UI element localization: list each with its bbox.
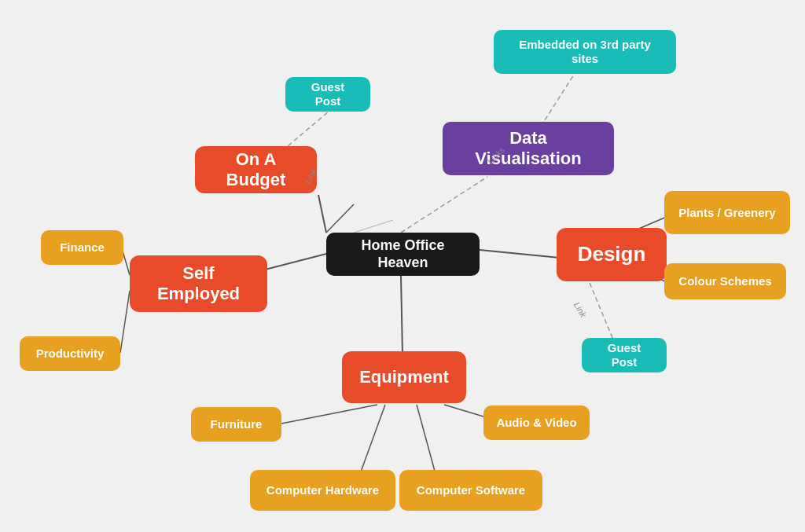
node-computer-hardware[interactable]: Computer Hardware	[250, 470, 395, 511]
node-self-employed[interactable]: Self Employed	[130, 255, 267, 312]
node-computer-software[interactable]: Computer Software	[399, 470, 542, 511]
node-equipment-label: Equipment	[359, 367, 449, 387]
node-finance[interactable]: Finance	[41, 230, 123, 265]
node-equipment[interactable]: Equipment	[342, 351, 466, 403]
node-audio-video[interactable]: Audio & Video	[483, 405, 590, 440]
svg-line-8	[281, 405, 377, 424]
node-on-a-budget[interactable]: On A Budget	[195, 146, 317, 193]
node-colour-schemes[interactable]: Colour Schemes	[664, 263, 786, 299]
svg-line-3	[480, 250, 560, 258]
node-center-label: Home Office Heaven	[344, 237, 462, 271]
node-colour-schemes-label: Colour Schemes	[678, 274, 771, 288]
node-design[interactable]: Design	[557, 228, 667, 281]
node-plants-label: Plants / Greenery	[678, 206, 775, 220]
node-embedded[interactable]: Embedded on 3rd party sites	[494, 30, 676, 74]
svg-line-14	[590, 283, 613, 339]
node-guest-post-top[interactable]: Guest Post	[285, 77, 370, 112]
node-furniture-label: Furniture	[211, 417, 263, 431]
node-embedded-label: Embedded on 3rd party sites	[508, 38, 662, 66]
svg-line-17	[354, 220, 393, 233]
svg-line-16	[326, 204, 354, 233]
node-guest-post-bottom[interactable]: Guest Post	[582, 338, 667, 372]
svg-line-2	[401, 276, 402, 354]
node-self-employed-label: Self Employed	[147, 263, 250, 305]
node-on-a-budget-label: On A Budget	[212, 149, 300, 191]
node-audio-video-label: Audio & Video	[496, 416, 576, 430]
node-guest-post-top-label: Guest Post	[300, 80, 356, 108]
node-data-vis[interactable]: Data Visualisation	[443, 122, 614, 175]
link-label-3: Link	[572, 300, 588, 318]
node-furniture[interactable]: Furniture	[191, 407, 281, 442]
svg-line-1	[318, 195, 326, 233]
svg-line-4	[401, 177, 487, 233]
node-guest-post-bottom-label: Guest Post	[596, 341, 652, 369]
node-computer-software-label: Computer Software	[417, 483, 525, 497]
node-computer-hardware-label: Computer Hardware	[266, 483, 379, 497]
svg-line-6	[120, 291, 130, 353]
node-plants[interactable]: Plants / Greenery	[664, 191, 790, 234]
node-design-label: Design	[578, 242, 646, 266]
node-finance-label: Finance	[60, 240, 105, 255]
node-productivity-label: Productivity	[36, 347, 105, 361]
node-center[interactable]: Home Office Heaven	[326, 233, 480, 276]
mind-map-container: Link Links Link Home Office Heaven Self …	[0, 0, 805, 532]
node-productivity[interactable]: Productivity	[20, 336, 120, 371]
node-data-vis-label: Data Visualisation	[461, 128, 595, 170]
